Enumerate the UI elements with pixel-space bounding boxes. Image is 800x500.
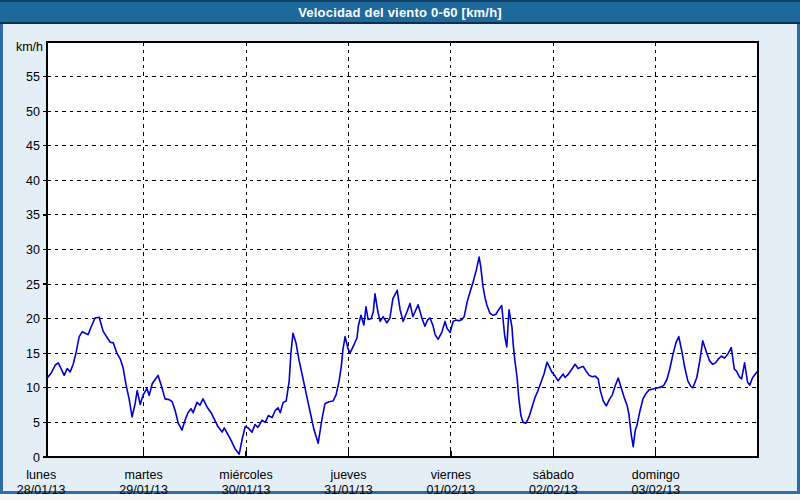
chart-title: Velocidad del viento 0-60 [km/h] xyxy=(298,5,502,20)
y-tick-label: 30 xyxy=(26,243,40,257)
x-date-label: 03/02/13 xyxy=(631,483,680,494)
window-bottom-strip xyxy=(0,494,800,500)
y-tick-label: 5 xyxy=(33,416,40,430)
y-tick-label: 10 xyxy=(26,381,40,395)
x-day-label: viernes xyxy=(431,468,471,482)
y-tick-label: 20 xyxy=(26,312,40,326)
y-tick-label: 35 xyxy=(26,208,40,222)
x-day-label: sábado xyxy=(533,468,574,482)
x-day-label: miércoles xyxy=(219,468,273,482)
x-date-label: 30/01/13 xyxy=(222,483,271,494)
x-day-label: jueves xyxy=(329,468,366,482)
y-tick-label: 0 xyxy=(33,451,40,465)
x-date-label: 28/01/13 xyxy=(17,483,66,494)
y-tick-label: 25 xyxy=(26,278,40,292)
y-axis-unit-label: km/h xyxy=(16,40,43,54)
x-day-label: martes xyxy=(125,468,163,482)
y-tick-label: 40 xyxy=(26,174,40,188)
x-date-label: 01/02/13 xyxy=(427,483,476,494)
wind-speed-chart: 0510152025303540455055km/hlunes28/01/13m… xyxy=(0,24,800,494)
y-tick-label: 15 xyxy=(26,347,40,361)
y-tick-label: 50 xyxy=(26,105,40,119)
x-date-label: 29/01/13 xyxy=(119,483,168,494)
chart-title-bar: Velocidad del viento 0-60 [km/h] xyxy=(0,0,800,24)
x-day-label: lunes xyxy=(26,468,56,482)
wind-speed-svg: 0510152025303540455055km/hlunes28/01/13m… xyxy=(0,24,800,494)
x-date-label: 31/01/13 xyxy=(324,483,373,494)
x-day-label: domingo xyxy=(632,468,680,482)
y-tick-label: 55 xyxy=(26,70,40,84)
y-tick-label: 45 xyxy=(26,139,40,153)
x-date-label: 02/02/13 xyxy=(529,483,578,494)
